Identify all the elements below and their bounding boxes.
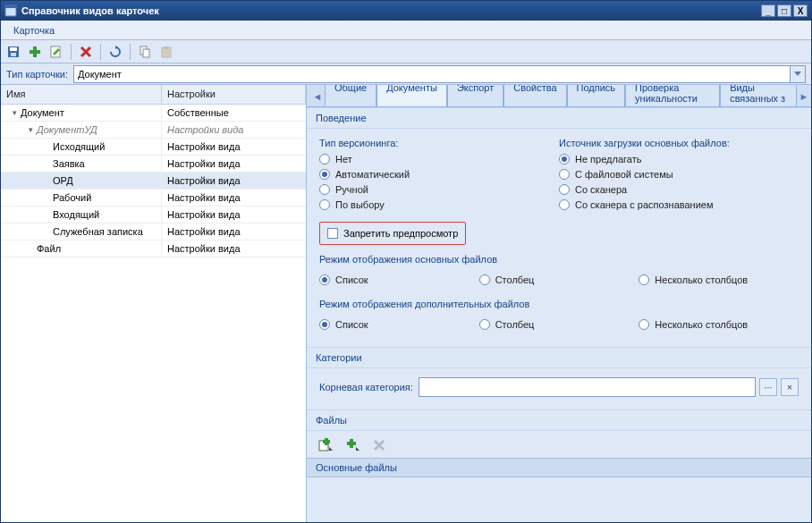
tree-node-settings: Настройки вида xyxy=(162,124,306,135)
tree-row[interactable]: ИсходящийНастройки вида xyxy=(1,139,306,156)
tree-node-name: Служебная записка xyxy=(53,226,143,237)
extra-mode-label: Режим отображения дополнительных файлов xyxy=(319,299,799,309)
tree-node-settings: Настройки вида xyxy=(162,141,306,152)
source-option[interactable]: Со сканера xyxy=(559,184,799,195)
close-button[interactable]: X xyxy=(793,4,808,17)
tab-scroll-left[interactable]: ◄ xyxy=(310,87,325,106)
versioning-label: Тип версионинга: xyxy=(319,138,559,148)
versioning-label: Нет xyxy=(335,154,352,164)
radio-icon xyxy=(319,184,330,195)
type-field[interactable]: Документ xyxy=(73,65,806,83)
root-category-input[interactable] xyxy=(419,377,756,397)
tree-toggle[interactable]: ▾ xyxy=(10,108,19,117)
tab-0[interactable]: Общие xyxy=(325,85,376,106)
root-category-clear[interactable]: × xyxy=(781,378,799,396)
radio-icon xyxy=(479,274,490,285)
edit-icon xyxy=(49,45,63,59)
main-mode-label: Режим отображения основных файлов xyxy=(319,254,799,265)
radio-icon xyxy=(319,154,330,164)
tree-node-settings: Настройки вида xyxy=(162,175,306,186)
main-mode-label: Столбец xyxy=(495,274,535,285)
forbid-preview-checkbox[interactable] xyxy=(327,228,338,239)
titlebar: Справочник видов карточек _ □ X xyxy=(1,1,811,21)
tab-3[interactable]: Свойства xyxy=(503,85,566,106)
type-label: Тип карточки: xyxy=(6,69,68,80)
type-bar: Тип карточки: Документ xyxy=(1,63,811,85)
main-mode-option[interactable]: Список xyxy=(319,274,479,285)
main-mode-option[interactable]: Несколько столбцов xyxy=(639,274,799,285)
tree-grid-body[interactable]: ▾ДокументСобственные▾ДокументУДНастройки… xyxy=(1,105,306,522)
grid-header: Имя Настройки xyxy=(1,85,306,105)
tree-row[interactable]: ▾ДокументУДНастройки вида xyxy=(1,122,306,139)
plus-icon xyxy=(28,45,42,59)
main-mode-label: Список xyxy=(335,274,368,285)
file-add-alt-button[interactable] xyxy=(343,436,362,454)
source-option[interactable]: Со сканера с распознаванием xyxy=(559,199,799,210)
versioning-option[interactable]: Ручной xyxy=(319,184,559,195)
extra-mode-label: Столбец xyxy=(495,319,535,330)
versioning-option[interactable]: По выбору xyxy=(319,199,559,210)
extra-mode-option[interactable]: Список xyxy=(319,319,479,330)
radio-icon xyxy=(319,274,330,285)
svg-rect-1 xyxy=(5,5,16,8)
source-label: Не предлагать xyxy=(575,154,641,164)
menubar: Карточка xyxy=(1,21,811,40)
files-toolbar xyxy=(307,431,811,458)
tab-5[interactable]: Проверка уникальности xyxy=(625,85,720,106)
radio-icon xyxy=(559,169,570,180)
extra-mode-option[interactable]: Столбец xyxy=(479,319,639,330)
menu-karta[interactable]: Карточка xyxy=(8,22,60,38)
tabs: ◄ ОбщиеДокументыЭкспортСвойстваПодписьПр… xyxy=(307,85,811,107)
tree-row[interactable]: Служебная запискаНастройки вида xyxy=(1,224,306,240)
type-dropdown-button[interactable] xyxy=(790,66,805,82)
file-add-button[interactable] xyxy=(316,436,335,454)
source-label: Со сканера с распознаванием xyxy=(575,199,714,210)
maximize-button[interactable]: □ xyxy=(777,4,791,17)
svg-rect-4 xyxy=(11,53,16,56)
tab-2[interactable]: Экспорт xyxy=(447,85,503,106)
refresh-button[interactable] xyxy=(106,43,124,61)
tab-1[interactable]: Документы xyxy=(376,85,447,106)
tree-node-name: Исходящий xyxy=(53,141,105,152)
paste-button[interactable] xyxy=(157,43,175,61)
versioning-option[interactable]: Нет xyxy=(319,154,559,164)
tree-row[interactable]: ОРДНастройки вида xyxy=(1,173,306,190)
col-name[interactable]: Имя xyxy=(1,85,162,104)
col-settings[interactable]: Настройки xyxy=(162,85,306,104)
root-category-browse[interactable]: ··· xyxy=(759,378,777,396)
tree-row[interactable]: ▾ДокументСобственные xyxy=(1,105,306,122)
edit-button[interactable] xyxy=(47,43,65,61)
minimize-button[interactable]: _ xyxy=(761,4,775,17)
save-button[interactable] xyxy=(4,43,22,61)
delete-button[interactable] xyxy=(77,43,95,61)
tab-scroll-right[interactable]: ► xyxy=(797,87,811,106)
forbid-preview-wrap: Запретить предпросмотр xyxy=(319,222,466,245)
tab-4[interactable]: Подпись xyxy=(567,85,626,106)
svg-rect-3 xyxy=(10,47,17,51)
svg-rect-6 xyxy=(30,50,40,54)
versioning-option[interactable]: Автоматический xyxy=(319,169,559,180)
tree-node-name: Файл xyxy=(37,243,61,254)
source-option[interactable]: С файловой системы xyxy=(559,169,799,180)
svg-rect-9 xyxy=(143,49,149,57)
tree-node-name: Рабочий xyxy=(53,192,91,203)
source-option[interactable]: Не предлагать xyxy=(559,154,799,164)
radio-icon xyxy=(559,154,570,164)
add-button[interactable] xyxy=(26,43,44,61)
refresh-icon xyxy=(108,45,123,59)
tree-row[interactable]: ВходящийНастройки вида xyxy=(1,207,306,224)
file-delete-icon xyxy=(372,438,386,452)
extra-mode-option[interactable]: Несколько столбцов xyxy=(639,319,799,330)
radio-icon xyxy=(479,319,490,330)
copy-button[interactable] xyxy=(136,43,154,61)
tree-row[interactable]: ФайлНастройки вида xyxy=(1,240,306,257)
file-delete-button[interactable] xyxy=(369,436,389,454)
tree-row[interactable]: РабочийНастройки вида xyxy=(1,190,306,207)
versioning-label: Ручной xyxy=(335,184,368,195)
tree-row[interactable]: ЗаявкаНастройки вида xyxy=(1,156,306,173)
tree-node-name: ДокументУД xyxy=(37,124,97,135)
tree-toggle[interactable]: ▾ xyxy=(26,125,35,134)
tab-6[interactable]: Виды связанных з xyxy=(720,85,797,106)
main-mode-option[interactable]: Столбец xyxy=(479,274,639,285)
tree-node-settings: Настройки вида xyxy=(162,243,306,254)
